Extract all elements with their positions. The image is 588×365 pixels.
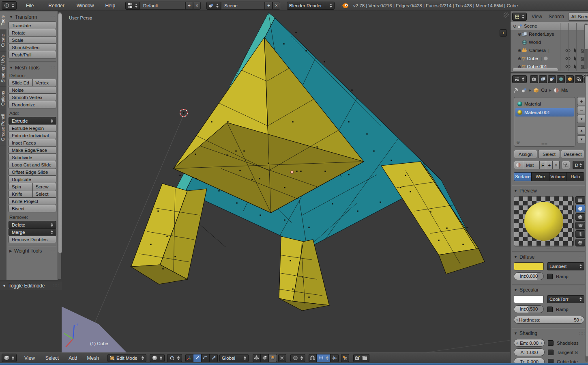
menu-help[interactable]: Help	[101, 0, 119, 11]
delete-scene-button[interactable]: ×	[273, 2, 280, 10]
specular-ramp-checkbox[interactable]	[547, 307, 553, 312]
panel-header-transform[interactable]: ▼ Transform ::::	[9, 14, 56, 20]
outliner-menu-view[interactable]: View	[532, 14, 542, 19]
manipulator-rotate-button[interactable]	[202, 354, 210, 362]
snap-element-dropdown[interactable]	[317, 354, 330, 362]
expander-icon[interactable]: ⊖	[512, 24, 517, 28]
remove-doubles-button[interactable]: Remove Doubles	[9, 235, 56, 243]
tab-grease-pencil[interactable]: Grease Pencil	[0, 110, 6, 145]
delete-menu[interactable]: Delete	[9, 221, 56, 229]
limit-selection-visible-button[interactable]	[278, 354, 286, 362]
duplicate-button[interactable]: Duplicate	[9, 175, 56, 183]
panel-drag-dots-icon[interactable]: ::::	[49, 16, 56, 18]
bisect-button[interactable]: Bisect	[9, 205, 56, 212]
menu-window[interactable]: Window	[73, 0, 98, 11]
browse-material-button[interactable]	[514, 161, 523, 169]
add-screen-layout-button[interactable]: +	[185, 2, 193, 10]
proportional-edit-dropdown[interactable]	[290, 354, 305, 362]
panel-header-mesh-tools[interactable]: ▼ Mesh Tools ::::	[9, 65, 56, 71]
opengl-render-still-button[interactable]	[353, 354, 361, 362]
extrude-region-button[interactable]: Extrude Region	[9, 124, 56, 132]
screw-button[interactable]: Screw	[33, 183, 57, 190]
delete-screen-layout-button[interactable]: ×	[193, 2, 201, 10]
preview-flat-button[interactable]	[575, 196, 585, 204]
render-engine-dropdown[interactable]: Blender Render	[287, 2, 335, 10]
tab-render[interactable]	[530, 75, 538, 83]
3d-viewport[interactable]: User Persp (1) Cube z +	[0, 11, 510, 352]
outliner-hscrollbar[interactable]	[512, 68, 558, 71]
breadcrumb-object-icon[interactable]	[533, 88, 539, 93]
material-type-halo[interactable]: Halo	[567, 173, 584, 181]
slide-vertex-button[interactable]: Vertex	[33, 79, 57, 86]
pin-icon[interactable]	[514, 88, 519, 93]
outliner-display-filter-dropdown[interactable]: All Scene	[568, 13, 588, 21]
fake-user-button[interactable]: F	[540, 161, 546, 169]
area-resize-grip[interactable]	[504, 13, 509, 17]
specular-hardness-field[interactable]: ◂ Hardness: 50 ▸	[514, 316, 584, 324]
breadcrumb-material-icon[interactable]	[554, 88, 559, 93]
diffuse-color-swatch[interactable]	[514, 262, 544, 270]
spin-button[interactable]: Spin	[9, 183, 33, 190]
scene-name-field[interactable]: Scene	[221, 2, 265, 10]
manipulate-center-points-button[interactable]	[341, 354, 349, 362]
preview-cube-button[interactable]	[575, 213, 585, 221]
inset-faces-button[interactable]: Inset Faces	[9, 139, 56, 147]
extrude-menu[interactable]: Extrude	[9, 117, 56, 125]
scale-button[interactable]: Scale	[9, 36, 56, 44]
outliner-menu-search[interactable]: Search	[549, 14, 564, 19]
tab-tools[interactable]: Tools	[0, 11, 6, 30]
smooth-vertex-button[interactable]: Smooth Vertex	[9, 93, 56, 101]
translate-button[interactable]: Translate	[9, 22, 56, 29]
panel-header-specular[interactable]: ▼Specular ::::	[514, 287, 585, 293]
tab-scene[interactable]	[548, 75, 556, 83]
slide-edge-button[interactable]: Slide Ed	[9, 79, 33, 86]
diffuse-intensity-slider[interactable]: Int:0.800	[514, 272, 544, 280]
menu-mesh[interactable]: Mesh	[84, 353, 103, 363]
menu-view[interactable]: View	[21, 353, 39, 363]
panel-drag-dots-icon[interactable]: ::::	[49, 250, 56, 252]
diffuse-shader-dropdown[interactable]: Lambert	[547, 262, 584, 270]
breadcrumb-scene-icon[interactable]	[521, 88, 527, 93]
knife-select-button[interactable]: Select	[33, 190, 57, 198]
panel-header-weight-tools[interactable]: ▶ Weight Tools ::::	[9, 248, 56, 254]
panel-drag-dots-icon[interactable]: ::::	[579, 289, 585, 291]
snap-target-button[interactable]	[330, 354, 339, 362]
manipulator-toggle-button[interactable]	[185, 354, 193, 362]
pivot-point-dropdown[interactable]	[167, 354, 182, 362]
remove-material-slot-button[interactable]: −	[577, 106, 586, 114]
selectable-arrow-icon[interactable]	[573, 64, 578, 69]
menu-file[interactable]: File	[22, 0, 37, 11]
noise-button[interactable]: Noise	[9, 86, 56, 94]
properties-scrollbar[interactable]	[585, 75, 588, 362]
unlink-material-button[interactable]: ×	[553, 161, 559, 169]
move-slot-down-button[interactable]: ▼	[577, 135, 586, 143]
menu-add[interactable]: Add	[65, 353, 81, 363]
manipulator-translate-button[interactable]	[193, 354, 202, 362]
panel-drag-dots-icon[interactable]: ::::	[53, 285, 59, 287]
panel-header-diffuse[interactable]: ▼Diffuse ::::	[514, 254, 585, 260]
info-editor-type-button[interactable]: i	[2, 1, 17, 10]
viewport-shading-dropdown[interactable]	[150, 354, 165, 362]
expander-icon[interactable]: ⊕	[517, 32, 522, 37]
manipulator-scale-button[interactable]	[210, 354, 218, 362]
transform-orientation-dropdown[interactable]: Global	[219, 354, 249, 362]
shading-alpha-field[interactable]: A: 1.000	[514, 348, 545, 356]
specular-color-swatch[interactable]	[514, 295, 544, 303]
panel-drag-dots-icon[interactable]: ::::	[579, 190, 585, 192]
list-filter-toggle-icon[interactable]: ⊕	[516, 140, 520, 145]
add-material-slot-button[interactable]: +	[577, 97, 586, 105]
screen-layout-name-field[interactable]: Default	[140, 2, 185, 10]
panel-header-shading[interactable]: ▼Shading ::::	[514, 330, 585, 336]
merge-menu[interactable]: Merge	[9, 228, 56, 236]
tab-create[interactable]: Create	[0, 30, 6, 52]
shadeless-checkbox[interactable]	[548, 340, 554, 346]
assign-button[interactable]: Assign	[514, 150, 537, 158]
face-select-mode-button[interactable]	[269, 354, 277, 362]
knife-button[interactable]: Knife	[9, 190, 33, 198]
outliner-editor-type-button[interactable]	[512, 13, 527, 21]
viewport-editor-type-button[interactable]	[2, 354, 17, 362]
offset-edge-slide-button[interactable]: Offset Edge Slide	[9, 168, 56, 176]
material-slot-item[interactable]: Material	[515, 99, 574, 108]
3d-viewport-canvas[interactable]	[62, 11, 510, 352]
diffuse-ramp-checkbox[interactable]	[547, 274, 553, 279]
